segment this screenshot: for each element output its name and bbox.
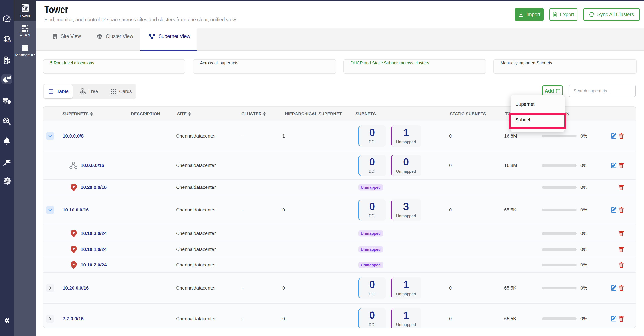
svg-text:IP: IP xyxy=(72,263,75,266)
svg-text:IP: IP xyxy=(72,232,75,234)
svg-text:!: ! xyxy=(9,101,10,104)
svg-text:DNS: DNS xyxy=(6,40,11,42)
svg-text:IP: IP xyxy=(72,248,75,250)
svg-text:IP: IP xyxy=(72,186,75,188)
